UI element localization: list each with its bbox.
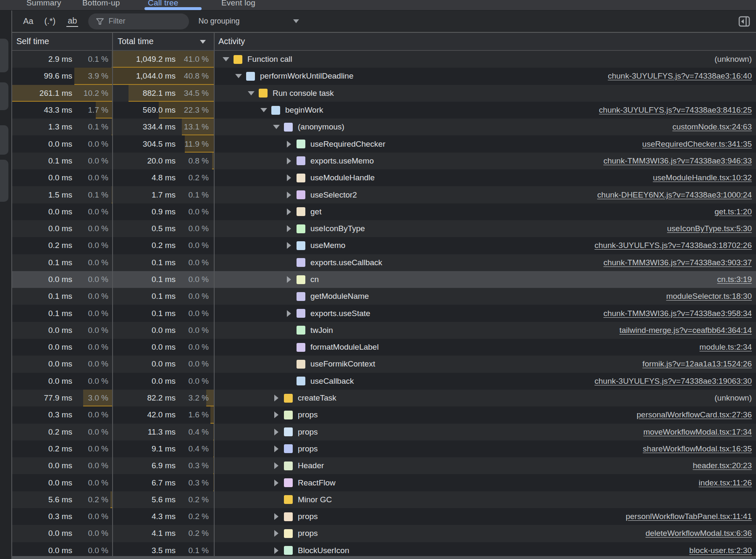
expand-arrow-icon[interactable] bbox=[273, 395, 284, 401]
total-time-cell: 304.5 ms 11.9 % bbox=[113, 135, 214, 152]
expand-arrow-icon[interactable] bbox=[286, 158, 297, 164]
source-link[interactable]: formik.js?v=12aa1a13:1524:26 bbox=[643, 359, 752, 369]
call-tree-row[interactable]: 0.0 ms 0.0 % 0.1 ms 0.0 % cn cn.ts:3:19 bbox=[12, 271, 756, 288]
call-tree-row[interactable]: 0.2 ms 0.0 % 9.1 ms 0.4 % props shareWor… bbox=[12, 440, 756, 457]
self-time-value: 0.2 ms bbox=[48, 444, 72, 454]
source-link[interactable]: personlWorkflowTabPanel.tsx:11:41 bbox=[626, 512, 752, 521]
tab-bottom-up[interactable]: Bottom-up bbox=[82, 0, 120, 8]
source-link[interactable]: chunk-TMM3WI36.js?v=74338ae3:958:34 bbox=[604, 309, 752, 318]
regex-toggle[interactable]: (.*) bbox=[44, 16, 55, 26]
show-sidebar-button[interactable] bbox=[738, 16, 750, 27]
expand-arrow-icon[interactable] bbox=[273, 462, 284, 469]
call-tree-row[interactable]: 0.0 ms 0.0 % 0.0 ms 0.0 % formatModuleLa… bbox=[12, 339, 756, 356]
expand-arrow-icon[interactable] bbox=[286, 174, 297, 181]
call-tree-row[interactable]: 0.1 ms 0.0 % 20.0 ms 0.8 % exports.useMe… bbox=[12, 153, 756, 169]
tab-event-log[interactable]: Event log bbox=[221, 0, 255, 8]
source-link[interactable]: chunk-3UYULFYS.js?v=74338ae3:8416:25 bbox=[599, 105, 752, 115]
source-link[interactable]: useIconByType.tsx:5:30 bbox=[667, 224, 752, 233]
expand-arrow-icon[interactable] bbox=[273, 125, 284, 129]
expand-arrow-icon[interactable] bbox=[223, 57, 234, 61]
call-tree-row[interactable]: 0.2 ms 0.0 % 11.3 ms 0.4 % props moveWor… bbox=[12, 424, 756, 440]
source-link[interactable]: personalWorkflowCard.tsx:27:36 bbox=[637, 410, 752, 419]
call-tree-row[interactable]: 2.9 ms 0.1 % 1,049.2 ms 41.0 % Function … bbox=[12, 51, 756, 68]
call-tree-row[interactable]: 0.0 ms 0.0 % 0.0 ms 0.0 % useCallback ch… bbox=[12, 373, 756, 390]
grouping-dropdown[interactable]: No grouping bbox=[198, 17, 299, 26]
call-tree-row[interactable]: 99.6 ms 3.9 % 1,044.0 ms 40.8 % performW… bbox=[12, 68, 756, 84]
call-tree-row[interactable]: 0.1 ms 0.0 % 0.1 ms 0.0 % exports.useSta… bbox=[12, 305, 756, 322]
activity-label: useMemo bbox=[310, 241, 345, 250]
call-tree-row[interactable]: 0.2 ms 0.0 % 0.2 ms 0.0 % useMemo chunk-… bbox=[12, 237, 756, 254]
call-tree-row[interactable]: 1.3 ms 0.1 % 334.4 ms 13.1 % (anonymous)… bbox=[12, 119, 756, 135]
source-link[interactable]: block-user.ts:2:30 bbox=[689, 546, 752, 555]
total-time-cell: 1.7 ms 0.1 % bbox=[113, 186, 214, 203]
call-tree-row[interactable]: 261.1 ms 10.2 % 882.1 ms 34.5 % Run cons… bbox=[12, 85, 756, 102]
call-tree-row[interactable]: 0.0 ms 0.0 % 4.8 ms 0.2 % useModuleHandl… bbox=[12, 169, 756, 186]
expand-arrow-icon[interactable] bbox=[273, 446, 284, 452]
expand-arrow-icon[interactable] bbox=[286, 225, 297, 232]
expand-arrow-icon[interactable] bbox=[248, 91, 259, 95]
match-case-toggle[interactable]: Aa bbox=[23, 16, 33, 26]
call-tree-row[interactable]: 0.1 ms 0.0 % 0.1 ms 0.0 % getModuleName … bbox=[12, 288, 756, 305]
source-link[interactable]: get.ts:1:20 bbox=[714, 207, 752, 216]
source-link[interactable]: chunk-DHEEY6NX.js?v=74338ae3:1000:24 bbox=[597, 190, 752, 200]
column-header-self-time[interactable]: Self time bbox=[12, 37, 113, 46]
expand-arrow-icon[interactable] bbox=[235, 74, 246, 78]
whole-word-toggle[interactable]: ab bbox=[66, 16, 78, 27]
call-tree-row[interactable]: 0.0 ms 0.0 % 304.5 ms 11.9 % useRequired… bbox=[12, 135, 756, 152]
source-link[interactable]: moduleSelector.ts:18:30 bbox=[666, 292, 752, 301]
expand-arrow-icon[interactable] bbox=[273, 480, 284, 486]
source-link[interactable]: chunk-3UYULFYS.js?v=74338ae3:18702:26 bbox=[595, 241, 752, 250]
call-tree-row[interactable]: 0.3 ms 0.0 % 4.3 ms 0.2 % props personlW… bbox=[12, 508, 756, 525]
source-link[interactable]: chunk-3UYULFYS.js?v=74338ae3:19063:30 bbox=[595, 377, 752, 386]
source-link[interactable]: chunk-3UYULFYS.js?v=74338ae3:16:40 bbox=[608, 71, 752, 81]
source-link[interactable]: useModuleHandle.tsx:10:32 bbox=[653, 173, 752, 182]
source-link[interactable]: useRequiredChecker.ts:341:35 bbox=[642, 140, 752, 149]
column-header-total-time[interactable]: Total time bbox=[113, 37, 214, 46]
column-divider[interactable] bbox=[214, 32, 215, 559]
source-link[interactable]: index.tsx:11:26 bbox=[699, 478, 752, 488]
total-time-percent: 40.8 % bbox=[176, 71, 214, 81]
tab-summary[interactable]: Summary bbox=[26, 0, 61, 8]
expand-arrow-icon[interactable] bbox=[286, 208, 297, 215]
expand-arrow-icon[interactable] bbox=[286, 141, 297, 148]
source-link[interactable]: deleteWorkflowModal.tsx:6:36 bbox=[646, 529, 752, 538]
self-time-percent: 0.0 % bbox=[72, 275, 113, 284]
call-tree-row[interactable]: 0.1 ms 0.0 % 0.1 ms 0.0 % exports.useCal… bbox=[12, 254, 756, 271]
expand-arrow-icon[interactable] bbox=[273, 530, 284, 537]
call-tree-row[interactable]: 1.5 ms 0.1 % 1.7 ms 0.1 % useSelector2 c… bbox=[12, 186, 756, 203]
call-tree-row[interactable]: 77.9 ms 3.0 % 82.2 ms 3.2 % createTask (… bbox=[12, 390, 756, 406]
expand-arrow-icon[interactable] bbox=[286, 192, 297, 198]
source-link[interactable]: shareWorkflowModal.tsx:16:35 bbox=[643, 444, 752, 454]
call-tree-row[interactable]: 0.0 ms 0.0 % 0.0 ms 0.0 % twJoin tailwin… bbox=[12, 322, 756, 339]
call-tree-row[interactable]: 0.0 ms 0.0 % 6.9 ms 0.3 % Header header.… bbox=[12, 457, 756, 474]
filter-input[interactable]: Filter bbox=[88, 13, 189, 29]
source-link[interactable]: module.ts:2:34 bbox=[699, 343, 752, 352]
call-tree-row[interactable]: 0.0 ms 0.0 % 0.5 ms 0.0 % useIconByType … bbox=[12, 220, 756, 237]
expand-arrow-icon[interactable] bbox=[273, 547, 284, 554]
source-link[interactable]: cn.ts:3:19 bbox=[717, 275, 752, 284]
source-link[interactable]: chunk-TMM3WI36.js?v=74338ae3:946:33 bbox=[604, 156, 752, 166]
expand-arrow-icon[interactable] bbox=[286, 310, 297, 317]
source-link[interactable]: moveWorkflowModal.tsx:17:34 bbox=[643, 427, 752, 437]
call-tree-row[interactable]: 43.3 ms 1.7 % 569.0 ms 22.3 % beginWork … bbox=[12, 102, 756, 119]
horizontal-scrollbar[interactable] bbox=[12, 556, 756, 559]
call-tree-row[interactable]: 0.0 ms 0.0 % 6.7 ms 0.3 % ReactFlow inde… bbox=[12, 474, 756, 491]
call-tree-row[interactable]: 5.6 ms 0.2 % 5.6 ms 0.2 % Minor GC bbox=[12, 491, 756, 508]
activity-cell: useIconByType useIconByType.tsx:5:30 bbox=[214, 220, 756, 237]
source-link[interactable]: header.tsx:20:23 bbox=[693, 461, 752, 470]
call-tree-row[interactable]: 0.0 ms 0.0 % 4.1 ms 0.2 % props deleteWo… bbox=[12, 525, 756, 542]
source-link[interactable]: chunk-TMM3WI36.js?v=74338ae3:903:37 bbox=[604, 258, 752, 267]
expand-arrow-icon[interactable] bbox=[273, 429, 284, 435]
call-tree-row[interactable]: 0.3 ms 0.0 % 42.0 ms 1.6 % props persona… bbox=[12, 406, 756, 423]
column-header-activity[interactable]: Activity bbox=[214, 37, 756, 46]
expand-arrow-icon[interactable] bbox=[286, 276, 297, 283]
source-link[interactable]: customNode.tsx:24:63 bbox=[672, 122, 752, 132]
expand-arrow-icon[interactable] bbox=[273, 411, 284, 418]
expand-arrow-icon[interactable] bbox=[286, 242, 297, 249]
column-divider[interactable] bbox=[112, 32, 113, 559]
call-tree-row[interactable]: 0.0 ms 0.0 % 0.0 ms 0.0 % useFormikConte… bbox=[12, 356, 756, 372]
call-tree-row[interactable]: 0.0 ms 0.0 % 0.9 ms 0.0 % get get.ts:1:2… bbox=[12, 203, 756, 220]
expand-arrow-icon[interactable] bbox=[260, 108, 271, 112]
source-link[interactable]: tailwind-merge.js?v=ceafbb64:364:14 bbox=[620, 326, 752, 335]
expand-arrow-icon[interactable] bbox=[273, 513, 284, 520]
